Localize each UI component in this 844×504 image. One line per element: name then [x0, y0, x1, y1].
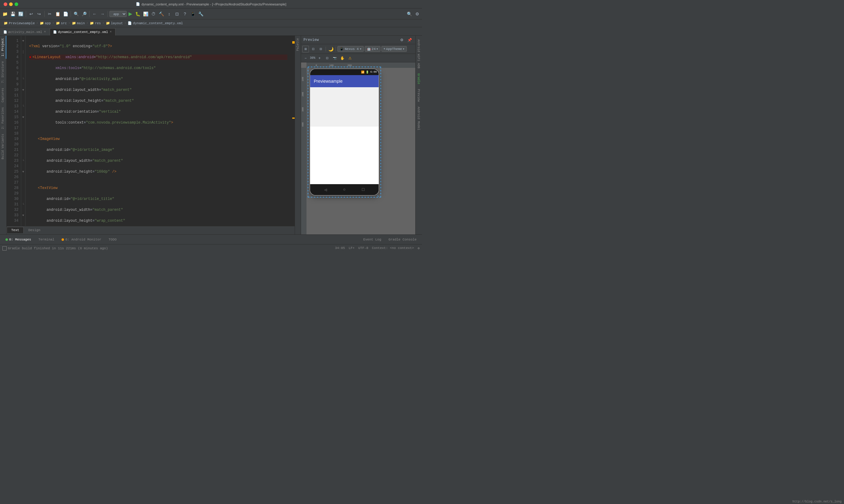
vtab-structure[interactable]: 7: Structure [0, 59, 6, 85]
sdk-button[interactable]: 🔧 [197, 10, 204, 18]
preview-zoom-in-button[interactable]: + [316, 55, 323, 61]
preview-zoom-out-button[interactable]: − [302, 55, 309, 61]
phone-nav-bar: ◁ ○ □ [310, 184, 379, 195]
bottom-tab-event-log[interactable]: Event Log [360, 237, 384, 242]
toolbar-separator-4 [89, 11, 89, 17]
preview-fit-button[interactable]: ⊡ [324, 55, 330, 61]
ruler-vmark-400: 400 [302, 122, 304, 127]
profile-button[interactable]: ⏱ [150, 10, 157, 18]
tab-close-dynamic[interactable]: × [109, 30, 112, 34]
rvtab-android-model[interactable]: Android Model [416, 104, 422, 133]
preview-settings-button[interactable]: ⚙ [398, 37, 405, 43]
vtab-project[interactable]: 1: Project [0, 36, 6, 59]
preview-blueprint-view-button[interactable]: ⊡ [310, 46, 316, 52]
terminal-button[interactable]: ⊡ [173, 10, 181, 18]
breadcrumb-project[interactable]: 📁 Previewsample [2, 21, 36, 25]
phone-image-area [310, 87, 379, 127]
breadcrumb-app[interactable]: 📁 app [38, 21, 52, 25]
close-button[interactable] [4, 2, 7, 6]
breadcrumb-layout[interactable]: 📁 layout [105, 21, 124, 25]
palette-tab[interactable]: Palette [295, 36, 301, 53]
avd-button[interactable]: 📱 [189, 10, 196, 18]
preview-design-view-button[interactable]: ⊞ [302, 46, 309, 52]
tab-close-activity[interactable]: × [44, 30, 46, 34]
undo-button[interactable]: ↩ [28, 10, 35, 18]
editor-area[interactable]: 1 2 3 4 5 6 7 8 9 10 11 12 1 [7, 36, 295, 226]
copy-button[interactable]: 📋 [54, 10, 61, 18]
vtab-captures[interactable]: Captures [0, 85, 6, 105]
redo-button[interactable]: ↪ [35, 10, 43, 18]
preview-pan-button[interactable]: ✋ [339, 55, 346, 61]
forward-button[interactable]: → [99, 10, 106, 18]
editor-tab-text[interactable]: Text [7, 227, 24, 233]
tab-activity-main[interactable]: 📄 activity_main.xml × [0, 28, 50, 35]
rvtab-preview[interactable]: Preview [416, 87, 422, 104]
code-editor[interactable]: <?xml version="1.0" encoding="utf-8"?> ●… [25, 36, 291, 226]
breadcrumb-file[interactable]: 📄 dynamic_content_empty.xml [126, 21, 184, 25]
back-button[interactable]: ← [91, 10, 98, 18]
sync-button[interactable]: 🔄 [17, 10, 24, 18]
preview-device-selector[interactable]: 📱 Nexus 4 ▾ [338, 46, 364, 52]
preview-main: Preview ⚙ 📌 ⊞ ⊡ ⊟ 🌙 [301, 36, 415, 234]
code-line-10: <ImageView [29, 136, 288, 142]
sync2-button[interactable]: ↕ [166, 10, 173, 18]
code-line-18: android:layout_height="wrap_content" [29, 218, 288, 223]
vtab-favorites[interactable]: 2: Favorites [0, 105, 6, 131]
breadcrumb-src[interactable]: 📁 src [55, 21, 68, 25]
find-button[interactable]: 🔍 [72, 10, 80, 18]
bottom-tab-messages[interactable]: 0: Messages [2, 237, 34, 242]
preview-theme-button[interactable]: 🌙 [327, 46, 334, 52]
minimize-button[interactable] [9, 2, 13, 6]
preview-screenshot-button[interactable]: 📷 [331, 55, 338, 61]
bottom-tab-todo[interactable]: TODO [105, 237, 119, 242]
nav-recents-button: □ [362, 187, 364, 192]
android-monitor-dot [62, 238, 64, 241]
theme-icon: ☀ [383, 47, 385, 51]
maximize-button[interactable] [15, 2, 18, 6]
bottom-tab-gradle-console-label: Gradle Console [389, 238, 416, 241]
tab-dynamic-content[interactable]: 📄 dynamic_content_empty.xml × [50, 28, 116, 35]
run-config-selector[interactable]: app [109, 11, 127, 17]
rvtab-wifi-adb[interactable]: Android WiFi ADB [416, 37, 422, 71]
vtab-build-variants[interactable]: Build Variants [0, 131, 6, 162]
build-button[interactable]: 🔨 [158, 10, 165, 18]
preview-theme-selector[interactable]: ☀ AppTheme ▾ [381, 46, 407, 52]
theme-label-text: AppTheme [386, 47, 402, 51]
bottom-tab-gradle-console[interactable]: Gradle Console [385, 237, 419, 242]
bottom-tab-android-monitor[interactable]: 6: Android Monitor [58, 237, 104, 242]
gutter-warning [292, 41, 295, 43]
rvtab-gradle[interactable]: Gradle [416, 71, 422, 87]
preview-api-selector[interactable]: 🤖 24 ▾ [365, 46, 380, 52]
global-search-button[interactable]: 🔍 [406, 10, 413, 18]
status-cursor: 34:85 [335, 246, 345, 250]
help-button[interactable]: ? [181, 10, 189, 18]
run-button[interactable]: ▶ [127, 11, 133, 17]
preview-pin-button[interactable]: 📌 [406, 37, 413, 43]
status-line-ending: LF+ [349, 246, 355, 250]
ruler-mark-200: 200 [347, 64, 352, 67]
preview-zoom-bar: − 30% + ⊡ 📷 ✋ ⚠ [301, 54, 415, 62]
phone-frame: 📶 🔋 6:00 Previewsample [310, 69, 379, 196]
bottom-tab-terminal[interactable]: Terminal [35, 237, 57, 242]
breadcrumb-sep-4: › [86, 21, 88, 25]
breadcrumb-sep-6: › [124, 21, 126, 25]
cut-button[interactable]: ✂ [46, 10, 53, 18]
editor-tab-design[interactable]: Design [24, 227, 45, 233]
preview-both-view-button[interactable]: ⊟ [317, 46, 324, 52]
code-line-13: android:layout_height="160dp" /> [29, 169, 288, 175]
open-folder-button[interactable]: 📁 [1, 10, 8, 18]
file-icon: 📄 [136, 2, 140, 6]
code-line-15: <TextView [29, 185, 288, 191]
breadcrumb-main[interactable]: 📁 main [71, 21, 86, 25]
find-all-button[interactable]: 🔎 [80, 10, 88, 18]
preview-warning-button[interactable]: ⚠ [346, 55, 353, 61]
coverage-button[interactable]: 📊 [142, 10, 149, 18]
code-line-7: android:orientation="vertical" [29, 109, 288, 114]
paste-button[interactable]: 📄 [62, 10, 69, 18]
debug-button[interactable]: 🐛 [134, 10, 141, 18]
settings-button[interactable]: ⚙ [414, 10, 421, 18]
editor-column: 1 2 3 4 5 6 7 8 9 10 11 12 1 [7, 36, 295, 234]
save-button[interactable]: 💾 [9, 10, 16, 18]
title-bar-text: dynamic_content_empty.xml - Previewsampl… [142, 2, 287, 6]
breadcrumb-res[interactable]: 📁 res [88, 21, 102, 25]
